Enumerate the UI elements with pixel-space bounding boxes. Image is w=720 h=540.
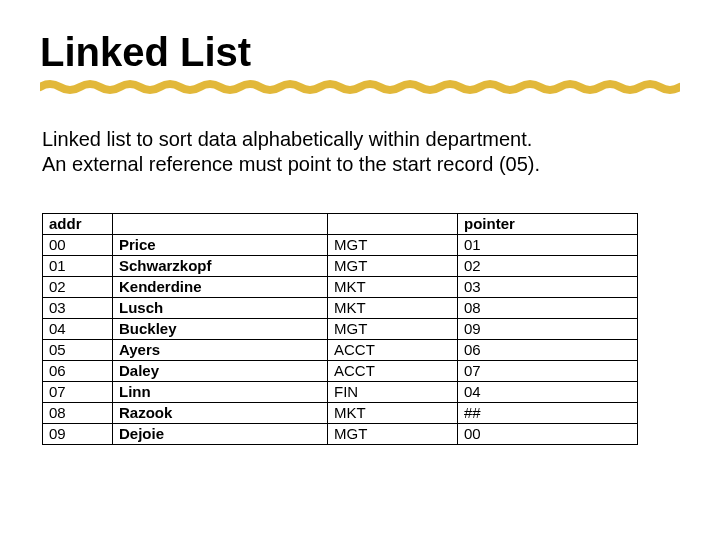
cell-name: Lusch [113,298,328,319]
cell-dept: MGT [328,319,458,340]
cell-pointer: 09 [458,319,638,340]
table-header-row: addr pointer [43,214,638,235]
cell-pointer: 02 [458,256,638,277]
cell-addr: 01 [43,256,113,277]
table-row: 00PriceMGT01 [43,235,638,256]
cell-name: Schwarzkopf [113,256,328,277]
cell-pointer: ## [458,403,638,424]
cell-dept: MGT [328,235,458,256]
table-row: 02KenderdineMKT03 [43,277,638,298]
cell-pointer: 03 [458,277,638,298]
table-row: 05AyersACCT06 [43,340,638,361]
cell-name: Dejoie [113,424,328,445]
col-header-addr: addr [43,214,113,235]
cell-addr: 05 [43,340,113,361]
cell-addr: 04 [43,319,113,340]
cell-addr: 02 [43,277,113,298]
cell-pointer: 04 [458,382,638,403]
cell-addr: 06 [43,361,113,382]
table-row: 06DaleyACCT07 [43,361,638,382]
cell-addr: 07 [43,382,113,403]
table-row: 01SchwarzkopfMGT02 [43,256,638,277]
cell-name: Razook [113,403,328,424]
cell-name: Price [113,235,328,256]
title-block: Linked List [40,30,680,99]
cell-addr: 03 [43,298,113,319]
cell-addr: 08 [43,403,113,424]
cell-dept: MKT [328,277,458,298]
cell-dept: MKT [328,403,458,424]
col-header-name [113,214,328,235]
cell-dept: ACCT [328,340,458,361]
title-underline-icon [40,79,680,95]
linked-list-table: addr pointer 00PriceMGT0101SchwarzkopfMG… [42,213,638,445]
slide-title: Linked List [40,30,680,75]
cell-pointer: 07 [458,361,638,382]
cell-dept: ACCT [328,361,458,382]
linked-list-table-wrap: addr pointer 00PriceMGT0101SchwarzkopfMG… [42,213,680,445]
cell-dept: MGT [328,424,458,445]
body-line-2: An external reference must point to the … [42,153,540,175]
cell-pointer: 00 [458,424,638,445]
table-row: 08RazookMKT## [43,403,638,424]
cell-dept: MGT [328,256,458,277]
table-row: 03LuschMKT08 [43,298,638,319]
cell-pointer: 06 [458,340,638,361]
body-line-1: Linked list to sort data alphabetically … [42,128,532,150]
cell-addr: 09 [43,424,113,445]
cell-name: Ayers [113,340,328,361]
col-header-pointer: pointer [458,214,638,235]
cell-name: Kenderdine [113,277,328,298]
col-header-dept [328,214,458,235]
cell-name: Buckley [113,319,328,340]
slide-body-text: Linked list to sort data alphabetically … [42,127,680,177]
cell-pointer: 01 [458,235,638,256]
table-row: 04BuckleyMGT09 [43,319,638,340]
cell-name: Daley [113,361,328,382]
cell-dept: MKT [328,298,458,319]
cell-name: Linn [113,382,328,403]
cell-pointer: 08 [458,298,638,319]
table-row: 09DejoieMGT00 [43,424,638,445]
cell-dept: FIN [328,382,458,403]
cell-addr: 00 [43,235,113,256]
table-row: 07LinnFIN04 [43,382,638,403]
